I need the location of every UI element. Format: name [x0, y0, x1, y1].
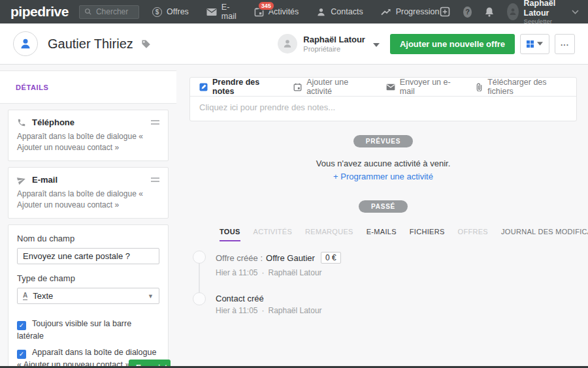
filter-tab-all[interactable]: TOUS	[220, 228, 240, 241]
history-filter-tabs: TOUS ACTIVITÉS REMARQUES E-MAILS FICHIER…	[189, 228, 577, 241]
field-card-title: E-mail	[32, 175, 57, 185]
timeline-time: Hier à 11:05	[216, 306, 257, 315]
search-input[interactable]: Chercher	[79, 5, 139, 19]
meta-separator: ·	[261, 268, 264, 277]
no-upcoming-activity-text: Vous n'avez aucune activité à venir.	[189, 159, 577, 168]
contact-avatar[interactable]	[13, 31, 38, 56]
add-deal-button[interactable]: Ajouter une nouvelle offre	[390, 34, 515, 54]
user-name: Raphaël Latour	[524, 0, 564, 18]
filter-tab-activities[interactable]: ACTIVITÉS	[253, 228, 293, 241]
chevron-down-icon	[537, 42, 543, 46]
timeline-meta: Hier à 11:05·Raphaël Latour	[216, 306, 577, 315]
nav-items: $ Offres E-mail Activités 345 Contacts	[152, 3, 439, 21]
user-menu[interactable]: Raphaël Latour Seeuletter	[507, 0, 579, 25]
tab-send-email[interactable]: Envoyer un e-mail	[386, 78, 459, 96]
checkbox-checked-icon[interactable]: ✓	[17, 350, 26, 359]
sidebar: DÉTAILS Téléphone Apparaît dans la boîte…	[0, 65, 176, 368]
timeline-event-prefix: Offre créée :	[216, 253, 263, 263]
nav-item-label: Offres	[167, 7, 189, 16]
owner-selector[interactable]: Raphaël Latour Propriétaire	[278, 34, 390, 54]
nav-item-contacts[interactable]: Contacts	[316, 7, 363, 17]
nav-item-label: Contacts	[331, 7, 363, 16]
sidebar-section-details[interactable]: DÉTAILS	[0, 70, 176, 104]
user-company: Seeuletter	[524, 18, 564, 25]
filter-tab-emails[interactable]: E-MAILS	[367, 228, 397, 241]
grid-icon	[527, 40, 534, 48]
more-actions-button[interactable]: ...	[555, 34, 575, 54]
tab-take-notes[interactable]: Prendre des notes	[199, 78, 277, 96]
stats-icon	[381, 7, 391, 16]
tab-upload-files[interactable]: Télécharger des fichiers	[476, 78, 567, 96]
composer-tab-label: Prendre des notes	[212, 78, 277, 96]
drag-handle-icon[interactable]	[151, 120, 159, 125]
composer-tab-label: Envoyer un e-mail	[400, 78, 459, 96]
field-card-description: Apparaît dans la boîte de dialogue « Ajo…	[17, 131, 159, 153]
send-icon	[16, 174, 27, 186]
composer-card: Prendre des notes Ajouter une activité E…	[189, 77, 577, 121]
filter-tab-notes[interactable]: REMARQUES	[305, 228, 353, 241]
timeline-item-deal-created[interactable]: Offre créée : Offre Gautier 0 € Hier à 1…	[216, 252, 577, 277]
quick-add-icon[interactable]	[439, 6, 451, 18]
timeline-user: Raphaël Latour	[268, 306, 321, 315]
note-icon	[199, 83, 208, 91]
field-type-value: Texte	[33, 291, 53, 301]
owner-role: Propriétaire	[303, 45, 365, 53]
nav-item-activities[interactable]: Activités 345	[254, 7, 299, 17]
field-card-title: Téléphone	[32, 117, 74, 127]
nav-item-label: E-mail	[221, 3, 237, 21]
user-avatar	[507, 3, 519, 20]
chevron-down-icon	[373, 43, 380, 47]
field-edit-form: Nom du champ Type de champ A Texte ▼ ✓To…	[8, 224, 169, 368]
composer-tabs: Prendre des notes Ajouter une activité E…	[190, 78, 576, 96]
checkbox-label: Toujours visible sur la barre latérale	[17, 319, 131, 341]
nav-item-deals[interactable]: $ Offres	[152, 7, 189, 17]
details-label: DÉTAILS	[16, 84, 48, 91]
main-content: Prendre des notes Ajouter une activité E…	[189, 65, 577, 315]
note-input[interactable]: Cliquez ici pour prendre des notes...	[190, 96, 576, 121]
timeline-event-title: Offre Gautier	[266, 253, 315, 263]
paperclip-icon	[476, 83, 483, 91]
page-title: Gautier Thiriez	[48, 37, 133, 52]
drag-handle-icon[interactable]	[151, 177, 159, 182]
owner-avatar	[278, 34, 297, 54]
tab-add-activity[interactable]: Ajouter une activité	[293, 78, 370, 96]
timeline-meta: Hier à 11:05·Raphaël Latour	[216, 268, 577, 277]
timeline-event-title: Contact créé	[216, 294, 264, 303]
calendar-icon	[293, 83, 302, 91]
owner-name: Raphaël Latour	[303, 35, 365, 45]
envelope-icon	[386, 84, 395, 91]
filter-tab-deals[interactable]: OFFRES	[458, 228, 488, 241]
field-card-phone[interactable]: Téléphone Apparaît dans la boîte de dial…	[8, 110, 169, 161]
filter-tab-changelog[interactable]: JOURNAL DES MODIFICATIONS	[501, 228, 588, 241]
nav-item-progress[interactable]: Progression	[381, 7, 440, 16]
field-card-description: Apparaît dans la boîte de dialogue « Ajo…	[17, 189, 159, 211]
text-type-icon: A	[23, 292, 27, 300]
checkbox-checked-icon[interactable]: ✓	[17, 321, 26, 330]
deals-icon: $	[152, 7, 162, 17]
timeline-time: Hier à 11:05	[216, 268, 257, 277]
tag-icon[interactable]	[141, 39, 151, 49]
mail-icon	[206, 8, 217, 16]
help-icon[interactable]: ?	[463, 7, 472, 18]
activities-count-badge: 345	[258, 1, 274, 10]
timeline-connector	[199, 260, 200, 296]
field-type-select[interactable]: A Texte ▼	[17, 288, 159, 304]
caret-down-icon: ▼	[148, 293, 154, 299]
view-switcher-button[interactable]	[520, 34, 549, 54]
contact-header: Gautier Thiriez Raphaël Latour Propriéta…	[0, 23, 588, 65]
pipedrive-logo[interactable]: pipedrive	[10, 4, 69, 20]
search-placeholder: Chercher	[96, 7, 128, 16]
nav-right-cluster: ? Raphaël Latour Seeuletter	[439, 0, 579, 25]
field-name-input[interactable]	[17, 248, 159, 264]
notifications-bell-icon[interactable]	[484, 7, 495, 18]
field-name-label: Nom du champ	[17, 234, 159, 243]
timeline-dot	[193, 292, 206, 305]
nav-item-mail[interactable]: E-mail	[206, 3, 237, 21]
field-card-email[interactable]: E-mail Apparaît dans la boîte de dialogu…	[8, 167, 169, 219]
composer-tab-label: Ajouter une activité	[306, 78, 370, 96]
deal-value-badge: 0 €	[321, 252, 341, 264]
timeline-item-contact-created[interactable]: Contact créé Hier à 11:05·Raphaël Latour	[216, 294, 577, 315]
schedule-activity-link[interactable]: + Programmer une activité	[189, 172, 577, 181]
filter-tab-files[interactable]: FICHIERS	[410, 228, 445, 241]
contacts-icon	[316, 7, 326, 17]
